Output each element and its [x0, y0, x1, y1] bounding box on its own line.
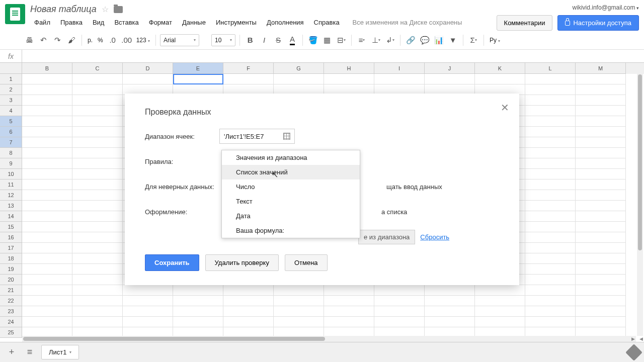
row-header[interactable]: 7 [0, 137, 22, 148]
dropdown-item[interactable]: Список значений [222, 165, 360, 179]
cell[interactable] [22, 243, 72, 253]
cell[interactable] [576, 201, 626, 211]
cell[interactable] [576, 106, 626, 116]
cell[interactable] [324, 306, 374, 317]
bold-icon[interactable]: B [244, 34, 256, 46]
cell[interactable] [72, 264, 123, 275]
row-header[interactable]: 14 [0, 211, 22, 222]
borders-icon[interactable]: ▦ [321, 34, 333, 46]
cell[interactable] [22, 317, 72, 327]
reset-link[interactable]: Сбросить [420, 233, 449, 241]
row-header[interactable]: 2 [0, 84, 22, 95]
cell[interactable] [22, 84, 72, 95]
cell[interactable] [525, 179, 576, 190]
hint-box[interactable]: е из диапазона [358, 230, 415, 244]
cell[interactable] [475, 317, 525, 327]
row-header[interactable]: 22 [0, 296, 22, 306]
filter-icon[interactable]: ▼ [447, 34, 459, 46]
cell[interactable] [425, 74, 475, 84]
row-header[interactable]: 13 [0, 201, 22, 211]
column-header[interactable]: I [374, 63, 425, 74]
strike-icon[interactable]: S [272, 34, 284, 46]
folder-icon[interactable] [114, 6, 123, 13]
cell[interactable] [576, 116, 626, 127]
cell[interactable] [72, 211, 123, 222]
row-header[interactable]: 21 [0, 285, 22, 296]
cell[interactable] [22, 232, 72, 243]
cell-range-input[interactable]: 'Лист1'!E5:E7 [219, 129, 295, 144]
formula-input[interactable] [22, 50, 644, 62]
cell[interactable] [22, 253, 72, 264]
row-header[interactable]: 8 [0, 148, 22, 158]
cell[interactable] [525, 169, 576, 179]
menu-item[interactable]: Файл [30, 17, 54, 28]
cell[interactable] [173, 296, 223, 306]
menu-item[interactable]: Вид [89, 17, 109, 28]
cell[interactable] [576, 306, 626, 317]
cell[interactable] [324, 317, 374, 327]
number-format[interactable]: 123 ▾ [135, 37, 151, 44]
cell[interactable] [576, 84, 626, 95]
row-header[interactable]: 24 [0, 317, 22, 327]
cell[interactable] [173, 306, 223, 317]
delete-validation-button[interactable]: Удалить проверку [205, 254, 279, 271]
cell[interactable] [576, 264, 626, 275]
column-header[interactable]: E [173, 63, 223, 74]
column-header[interactable]: F [223, 63, 274, 74]
row-header[interactable]: 15 [0, 222, 22, 232]
cell[interactable] [72, 179, 123, 190]
cell[interactable] [576, 127, 626, 137]
cell[interactable] [576, 158, 626, 169]
cell[interactable] [525, 243, 576, 253]
all-sheets-button[interactable]: ≡ [23, 346, 36, 359]
cell[interactable] [223, 285, 274, 296]
save-button[interactable]: Сохранить [145, 254, 199, 271]
column-header[interactable]: M [576, 63, 626, 74]
cell[interactable] [22, 158, 72, 169]
cell[interactable] [173, 74, 223, 84]
cell[interactable] [425, 296, 475, 306]
row-header[interactable]: 23 [0, 306, 22, 317]
cell[interactable] [525, 306, 576, 317]
cell[interactable] [123, 285, 173, 296]
comments-button[interactable]: Комментарии [497, 15, 553, 31]
cell[interactable] [22, 74, 72, 84]
menu-item[interactable]: Вставка [110, 17, 142, 28]
row-header[interactable]: 1 [0, 74, 22, 84]
sheet-tab[interactable]: Лист1▾ [41, 345, 79, 359]
cell[interactable] [223, 317, 274, 327]
cell[interactable] [72, 232, 123, 243]
cell[interactable] [525, 296, 576, 306]
cell[interactable] [525, 275, 576, 285]
appearance-option[interactable]: а списка [381, 208, 407, 216]
cell[interactable] [576, 169, 626, 179]
valign-icon[interactable]: ⊥▾ [370, 34, 382, 46]
cell[interactable] [22, 201, 72, 211]
cell[interactable] [22, 275, 72, 285]
wrap-icon[interactable]: ↲▾ [384, 34, 396, 46]
percent-format[interactable]: % [96, 37, 105, 44]
cell[interactable] [475, 74, 525, 84]
cell[interactable] [576, 211, 626, 222]
cell[interactable] [374, 306, 425, 317]
cell[interactable] [72, 127, 123, 137]
dropdown-item[interactable]: Текст [222, 194, 360, 209]
merge-icon[interactable]: ⊟▾ [335, 34, 347, 46]
column-header[interactable]: K [475, 63, 525, 74]
menu-item[interactable]: Правка [56, 17, 87, 28]
vertical-scrollbar[interactable] [637, 73, 643, 336]
cell[interactable] [72, 169, 123, 179]
cell[interactable] [72, 190, 123, 201]
row-header[interactable]: 3 [0, 95, 22, 106]
star-icon[interactable]: ☆ [102, 5, 109, 14]
cell[interactable] [123, 296, 173, 306]
decimal-dec-icon[interactable]: .0 [107, 34, 119, 46]
cell[interactable] [22, 296, 72, 306]
select-all-corner[interactable] [0, 63, 22, 74]
horizontal-scrollbar[interactable]: ▶◀ [22, 336, 636, 342]
italic-icon[interactable]: I [258, 34, 270, 46]
currency-format[interactable]: р. [86, 37, 94, 44]
cell[interactable] [223, 296, 274, 306]
cell[interactable] [22, 285, 72, 296]
cell[interactable] [576, 190, 626, 201]
